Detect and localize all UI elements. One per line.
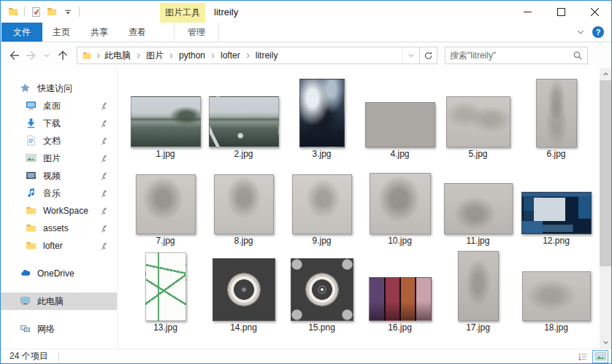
file-item[interactable]: 6.jpg (517, 74, 595, 160)
network-icon (20, 323, 31, 335)
sidebar-item-OneDrive[interactable]: OneDrive (1, 265, 117, 282)
breadcrumb-chevron-icon[interactable] (135, 53, 142, 59)
thumbnails-view-button[interactable] (592, 350, 608, 363)
desktop-icon (26, 100, 37, 112)
breadcrumb-chevron-icon[interactable] (210, 53, 216, 59)
pin-icon (100, 241, 110, 251)
file-item[interactable]: 17.jpg (439, 247, 517, 334)
file-item[interactable]: 2.jpg (204, 74, 283, 160)
file-item[interactable]: 4.jpg (361, 74, 439, 160)
search-icon[interactable] (573, 50, 583, 61)
items-count: 24 个项目 (1, 350, 48, 363)
sidebar-item-文档[interactable]: 文档 (1, 132, 117, 150)
refresh-button[interactable] (420, 47, 437, 64)
scroll-down-icon[interactable] (600, 336, 612, 349)
folder-icon (26, 240, 37, 252)
downloads-icon (26, 117, 37, 129)
file-item[interactable]: 3.jpg (283, 74, 361, 160)
sidebar-item-图片[interactable]: 图片 (1, 150, 117, 167)
sidebar-item-label: 视频 (43, 170, 61, 182)
breadcrumb-item[interactable]: python (176, 50, 208, 61)
sidebar-item-label: 网络 (37, 323, 55, 336)
documents-icon (26, 135, 37, 147)
this-pc-icon (20, 295, 31, 307)
file-name: 8.jpg (234, 234, 253, 247)
vertical-scrollbar[interactable] (600, 68, 612, 349)
file-thumbnail (444, 183, 513, 234)
address-dropdown-icon[interactable] (402, 47, 419, 63)
tab-home[interactable]: 主页 (42, 23, 80, 42)
file-item[interactable]: 1.jpg (126, 74, 204, 160)
scrollbar-track[interactable] (600, 80, 612, 336)
tab-manage[interactable]: 管理 (174, 23, 219, 42)
tab-view[interactable]: 查看 (118, 23, 156, 42)
sidebar-item-音乐[interactable]: 音乐 (1, 185, 117, 202)
file-item[interactable]: 5.jpg (439, 74, 517, 160)
file-item[interactable]: 10.jpg (361, 160, 439, 247)
minimize-button[interactable] (510, 1, 544, 23)
close-button[interactable] (578, 1, 611, 23)
file-item[interactable]: 7.jpg (126, 160, 204, 247)
file-thumbnail (292, 174, 352, 234)
status-bar: 24 个项目 (1, 349, 611, 363)
forward-button[interactable] (23, 47, 39, 63)
sidebar-item-下载[interactable]: 下载 (1, 115, 117, 132)
tab-share[interactable]: 共享 (80, 23, 118, 42)
music-icon (26, 187, 37, 199)
new-folder-icon[interactable] (45, 5, 58, 18)
details-view-button[interactable] (575, 350, 591, 363)
pin-icon (100, 171, 110, 181)
file-list-pane[interactable]: 1.jpg 2.jpg 3.jpg 4.jpg 5.jpg 6.jpg 7.jp… (118, 68, 600, 349)
maximize-button[interactable] (544, 1, 578, 23)
back-button[interactable] (7, 47, 23, 63)
sidebar-item-此电脑[interactable]: 此电脑 (1, 293, 117, 310)
file-thumbnail (522, 271, 591, 321)
file-item[interactable]: 15.png (283, 247, 361, 334)
recent-locations-icon[interactable] (39, 47, 55, 63)
sidebar-item-label: 下载 (43, 117, 61, 130)
sidebar-item-label: 音乐 (43, 187, 61, 200)
file-item[interactable]: 9.jpg (283, 160, 361, 247)
file-item[interactable]: 12.png (517, 160, 595, 247)
file-thumbnail (136, 174, 196, 234)
breadcrumb-chevron-icon[interactable] (245, 53, 251, 59)
file-item[interactable]: 11.jpg (439, 160, 517, 247)
address-bar[interactable]: 此电脑图片pythonlofterlitreily (77, 47, 420, 64)
folder-icon[interactable] (7, 5, 20, 18)
pin-icon (100, 154, 110, 163)
file-name: 7.jpg (156, 234, 175, 247)
file-item[interactable]: 13.jpg (126, 247, 204, 334)
tab-file[interactable]: 文件 (1, 23, 42, 42)
picture-tools-tab[interactable]: 图片工具 (160, 3, 205, 23)
scroll-up-icon[interactable] (600, 68, 612, 80)
file-thumbnail (446, 96, 510, 147)
sidebar-item-label: 此电脑 (37, 295, 64, 308)
customize-toolbar-icon[interactable] (61, 5, 74, 18)
sidebar-item-label: lofter (43, 241, 63, 251)
file-item[interactable]: 18.jpg (517, 247, 595, 334)
file-item[interactable]: 14.png (204, 247, 283, 334)
collapse-ribbon-icon[interactable] (576, 28, 585, 36)
file-item[interactable]: 8.jpg (204, 160, 283, 247)
breadcrumb-item[interactable]: lofter (218, 50, 243, 61)
file-thumbnail (214, 174, 274, 234)
file-thumbnail (131, 96, 201, 147)
breadcrumb-chevron-icon[interactable] (168, 53, 175, 59)
sidebar-item-lofter[interactable]: lofter (1, 237, 117, 255)
properties-icon[interactable] (29, 5, 42, 18)
sidebar-item-assets[interactable]: assets (1, 220, 117, 237)
sidebar-item-WorkSpace[interactable]: WorkSpace (1, 202, 117, 220)
sidebar-item-桌面[interactable]: 桌面 (1, 97, 117, 115)
sidebar-item-快速访问[interactable]: 快速访问 (1, 80, 117, 97)
sidebar-item-网络[interactable]: 网络 (1, 320, 117, 338)
scrollbar-thumb[interactable] (600, 80, 612, 266)
breadcrumb-item[interactable]: 此电脑 (102, 50, 134, 62)
file-item[interactable]: 16.jpg (361, 247, 439, 334)
breadcrumb-item[interactable]: 图片 (143, 50, 167, 62)
breadcrumb-item[interactable]: litreily (253, 50, 281, 61)
help-icon[interactable]: ? (592, 26, 604, 38)
search-input[interactable]: 搜索"litreily" (445, 47, 588, 64)
file-name: 13.jpg (153, 321, 177, 334)
up-button[interactable] (55, 47, 71, 63)
sidebar-item-视频[interactable]: 视频 (1, 167, 117, 185)
